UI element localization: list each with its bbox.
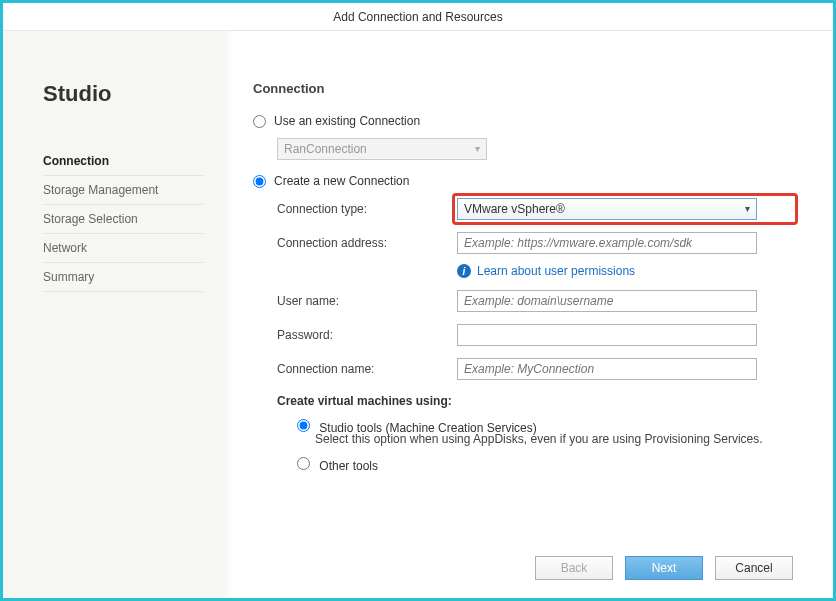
permissions-link-text: Learn about user permissions xyxy=(477,264,635,278)
content-area: Studio Connection Storage Management Sto… xyxy=(3,31,833,598)
radio-use-existing-label: Use an existing Connection xyxy=(274,114,420,128)
next-button[interactable]: Next xyxy=(625,556,703,580)
wizard-sidebar: Studio Connection Storage Management Sto… xyxy=(3,31,223,598)
radio-create-new-label: Create a new Connection xyxy=(274,174,409,188)
radio-other-tools-label: Other tools xyxy=(319,459,378,473)
row-username: User name: xyxy=(277,290,793,312)
row-connection-name: Connection name: xyxy=(277,358,793,380)
sidebar-heading: Studio xyxy=(43,81,203,107)
row-connection-address: Connection address: xyxy=(277,232,793,254)
dialog-window: Add Connection and Resources Studio Conn… xyxy=(3,3,833,598)
connection-type-dropdown[interactable]: VMware vSphere® xyxy=(457,198,757,220)
radio-other-tools-input[interactable] xyxy=(297,457,310,470)
radio-other-tools[interactable]: Other tools xyxy=(297,459,378,473)
row-connection-type: Connection type: VMware vSphere® xyxy=(277,198,793,220)
radio-use-existing[interactable]: Use an existing Connection xyxy=(253,114,793,128)
panel-heading: Connection xyxy=(253,81,793,96)
radio-create-new-input[interactable] xyxy=(253,175,266,188)
username-input[interactable] xyxy=(457,290,757,312)
radio-studio-tools-input[interactable] xyxy=(297,419,310,432)
step-storage-management[interactable]: Storage Management xyxy=(43,176,203,205)
existing-connection-select: RanConnection xyxy=(277,138,487,160)
permissions-link[interactable]: i Learn about user permissions xyxy=(457,264,793,278)
step-network[interactable]: Network xyxy=(43,234,203,263)
password-input[interactable] xyxy=(457,324,757,346)
row-password: Password: xyxy=(277,324,793,346)
titlebar: Add Connection and Resources xyxy=(3,3,833,31)
radio-use-existing-input[interactable] xyxy=(253,115,266,128)
main-panel: Connection Use an existing Connection Ra… xyxy=(223,31,833,598)
label-password: Password: xyxy=(277,328,457,342)
step-summary[interactable]: Summary xyxy=(43,263,203,292)
radio-create-new[interactable]: Create a new Connection xyxy=(253,174,793,188)
label-connection-name: Connection name: xyxy=(277,362,457,376)
info-icon: i xyxy=(457,264,471,278)
studio-tools-desc: Select this option when using AppDisks, … xyxy=(315,432,793,446)
back-button: Back xyxy=(535,556,613,580)
connection-name-input[interactable] xyxy=(457,358,757,380)
label-username: User name: xyxy=(277,294,457,308)
title-text: Add Connection and Resources xyxy=(333,10,502,24)
create-vm-heading: Create virtual machines using: xyxy=(277,394,793,408)
connection-address-input[interactable] xyxy=(457,232,757,254)
step-storage-selection[interactable]: Storage Selection xyxy=(43,205,203,234)
button-bar: Back Next Cancel xyxy=(535,556,793,580)
existing-connection-wrap: RanConnection xyxy=(277,138,793,160)
step-connection[interactable]: Connection xyxy=(43,147,203,176)
connection-type-wrap: VMware vSphere® xyxy=(457,198,793,220)
label-connection-address: Connection address: xyxy=(277,236,457,250)
cancel-button[interactable]: Cancel xyxy=(715,556,793,580)
label-connection-type: Connection type: xyxy=(277,202,457,216)
